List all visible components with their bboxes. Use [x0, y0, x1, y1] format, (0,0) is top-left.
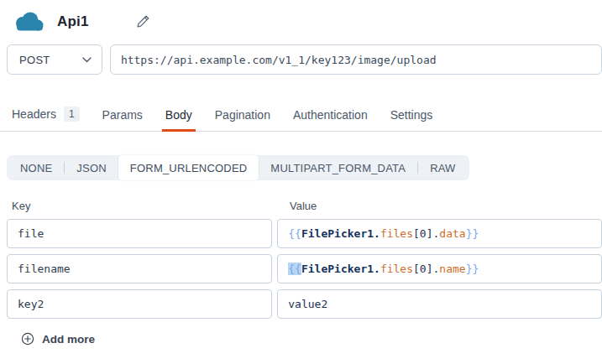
- value-input[interactable]: value2: [277, 289, 602, 319]
- tab-label: Pagination: [215, 108, 270, 122]
- request-row: POST: [7, 44, 602, 75]
- headers-count-badge: 1: [64, 107, 80, 122]
- body-type-multipart-form-data[interactable]: MULTIPART_FORM_DATA: [259, 155, 417, 180]
- body-type-label: NONE: [20, 162, 52, 174]
- form-row: {{FilePicker1.files[0].data}}: [7, 219, 602, 248]
- form-row: {{FilePicker1.files[0].name}}: [7, 254, 602, 283]
- form-rows: {{FilePicker1.files[0].data}} {{FilePick…: [7, 219, 602, 319]
- plus-circle-icon: [21, 332, 34, 346]
- body-type-label: FORM_URLENCODED: [130, 162, 248, 174]
- edit-name-button[interactable]: [134, 13, 153, 31]
- tab-params[interactable]: Params: [102, 108, 143, 131]
- tab-label: Headers: [12, 107, 56, 121]
- method-select[interactable]: POST: [7, 44, 102, 75]
- add-more-button[interactable]: Add more: [21, 332, 95, 346]
- tab-pagination[interactable]: Pagination: [215, 108, 270, 131]
- cloud-icon: [12, 11, 45, 33]
- add-more-label: Add more: [42, 333, 95, 346]
- form-row: value2: [7, 289, 602, 319]
- tab-label: Body: [165, 108, 192, 122]
- key-column-header: Key: [12, 200, 290, 212]
- value-column-header: Value: [290, 200, 317, 212]
- page-title: Api1: [57, 13, 89, 30]
- key-input[interactable]: [7, 289, 272, 319]
- form-column-headers: Key Value: [12, 200, 602, 212]
- tab-settings[interactable]: Settings: [390, 108, 433, 131]
- tab-headers[interactable]: Headers 1: [12, 107, 80, 131]
- value-input[interactable]: {{FilePicker1.files[0].data}}: [277, 219, 602, 248]
- value-input[interactable]: {{FilePicker1.files[0].name}}: [277, 254, 602, 283]
- tab-label: Authentication: [293, 108, 368, 122]
- body-type-label: JSON: [76, 162, 106, 174]
- api-editor-page: Api1 POST Headers 1 Params Body: [0, 0, 602, 364]
- key-input[interactable]: [7, 254, 272, 283]
- api-header: Api1: [0, 0, 602, 35]
- key-input[interactable]: [7, 219, 272, 248]
- url-input[interactable]: [110, 44, 602, 75]
- body-type-raw[interactable]: RAW: [418, 155, 467, 180]
- tab-bar: Headers 1 Params Body Pagination Authent…: [0, 106, 602, 132]
- chevron-down-icon: [82, 57, 92, 63]
- body-type-selector: NONE JSON FORM_URLENCODED MULTIPART_FORM…: [7, 155, 469, 180]
- tab-label: Params: [102, 108, 143, 122]
- body-type-label: MULTIPART_FORM_DATA: [270, 162, 406, 174]
- pencil-icon: [136, 14, 150, 29]
- tab-body[interactable]: Body: [165, 108, 192, 131]
- tab-label: Settings: [390, 108, 433, 122]
- tab-authentication[interactable]: Authentication: [293, 108, 368, 131]
- body-type-label: RAW: [430, 162, 455, 174]
- body-type-json[interactable]: JSON: [65, 155, 118, 180]
- method-label: POST: [19, 54, 50, 66]
- body-type-form-urlencoded[interactable]: FORM_URLENCODED: [118, 155, 259, 180]
- body-type-none[interactable]: NONE: [8, 155, 64, 180]
